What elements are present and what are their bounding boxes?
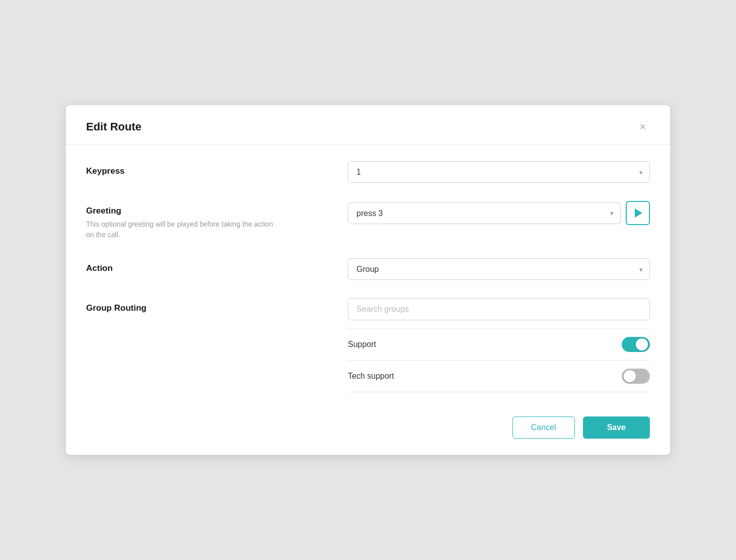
greeting-select-wrapper: press 3 press 1 press 2 ▾ xyxy=(348,202,621,224)
action-label-col: Action xyxy=(86,258,348,275)
support-toggle-track xyxy=(622,337,650,352)
tech-support-toggle-thumb xyxy=(624,370,636,382)
group-item-tech-support: Tech support xyxy=(348,361,650,392)
search-groups-input[interactable] xyxy=(348,298,650,320)
action-select-wrapper: Group Extension Voicemail Hang up ▾ xyxy=(348,258,650,280)
cancel-button[interactable]: Cancel xyxy=(512,416,575,439)
keypress-control-col: 1 2 3 0 * # ▾ xyxy=(348,161,650,183)
play-icon xyxy=(635,208,642,218)
tech-support-toggle[interactable] xyxy=(622,369,650,384)
keypress-label-col: Keypress xyxy=(86,161,348,178)
tech-support-toggle-track xyxy=(622,369,650,384)
group-name-support: Support xyxy=(348,340,376,349)
greeting-control-col: press 3 press 1 press 2 ▾ xyxy=(348,201,650,225)
greeting-label: Greeting xyxy=(86,206,348,216)
keypress-label: Keypress xyxy=(86,166,348,176)
modal-title: Edit Route xyxy=(86,120,141,133)
action-label: Action xyxy=(86,263,348,273)
group-routing-label: Group Routing xyxy=(86,303,348,313)
modal-header: Edit Route × xyxy=(66,105,670,145)
greeting-row: Greeting This optional greeting will be … xyxy=(86,201,650,240)
modal-body: Keypress 1 2 3 0 * # ▾ Gre xyxy=(66,145,670,404)
support-toggle[interactable] xyxy=(622,337,650,352)
action-row: Action Group Extension Voicemail Hang up… xyxy=(86,258,650,280)
greeting-control-group: press 3 press 1 press 2 ▾ xyxy=(348,201,650,225)
play-greeting-button[interactable] xyxy=(626,201,650,225)
group-routing-label-col: Group Routing xyxy=(86,298,348,315)
action-select[interactable]: Group Extension Voicemail Hang up xyxy=(348,258,650,280)
group-name-tech-support: Tech support xyxy=(348,372,394,381)
greeting-description: This optional greeting will be played be… xyxy=(86,219,277,240)
greeting-select[interactable]: press 3 press 1 press 2 xyxy=(348,202,621,224)
group-routing-row: Group Routing Support xyxy=(86,298,650,392)
edit-route-modal: Edit Route × Keypress 1 2 3 0 * # xyxy=(66,105,670,455)
save-button[interactable]: Save xyxy=(583,416,650,439)
greeting-label-col: Greeting This optional greeting will be … xyxy=(86,201,348,240)
keypress-row: Keypress 1 2 3 0 * # ▾ xyxy=(86,161,650,183)
keypress-select[interactable]: 1 2 3 0 * # xyxy=(348,161,650,183)
group-routing-control-col: Support Tech support xyxy=(348,298,650,392)
action-control-col: Group Extension Voicemail Hang up ▾ xyxy=(348,258,650,280)
support-toggle-thumb xyxy=(636,338,648,351)
keypress-select-wrapper: 1 2 3 0 * # ▾ xyxy=(348,161,650,183)
modal-footer: Cancel Save xyxy=(66,404,670,455)
group-list: Support Tech support xyxy=(348,328,650,392)
close-button[interactable]: × xyxy=(635,119,650,134)
group-item-support: Support xyxy=(348,328,650,361)
